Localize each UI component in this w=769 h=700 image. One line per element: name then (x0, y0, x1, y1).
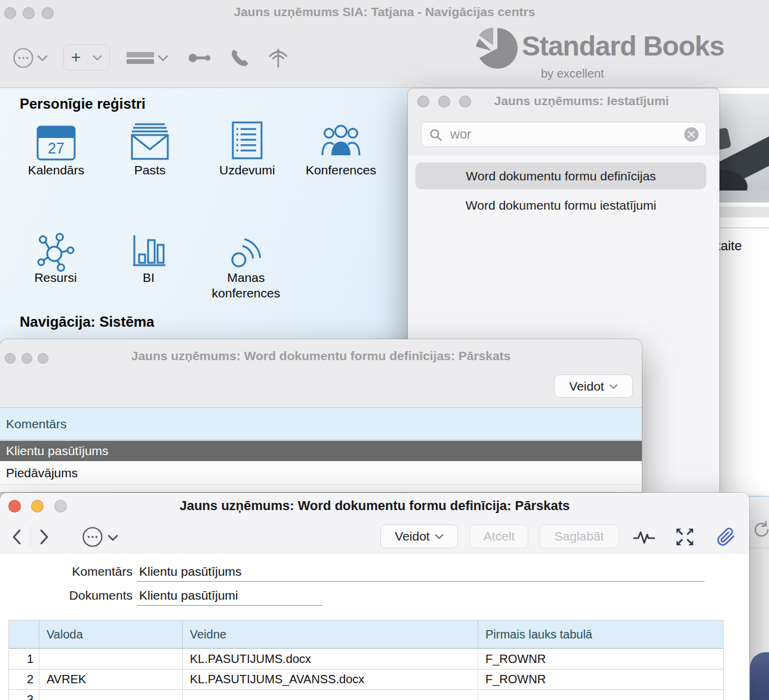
right-panel: kaite (718, 88, 769, 496)
cell-veidne[interactable]: KL.PASUTIJUMS.docx (183, 649, 478, 669)
window-title: Jauns uzņēmums: Word dokumentu formu def… (0, 349, 642, 363)
register-label: BI (104, 270, 193, 285)
register-label: Manas konferences (192, 270, 300, 301)
cell-veidne[interactable] (183, 690, 478, 700)
window-report-strip (748, 497, 769, 700)
bar-chart-icon (132, 234, 167, 269)
panel-row (718, 207, 769, 217)
logo-title: Standard Books (522, 30, 724, 62)
create-button[interactable]: Veidot (554, 374, 633, 398)
list-row-selected[interactable]: Klientu pasūtījums (0, 441, 642, 461)
window-definitions-list: Jauns uzņēmums: Word dokumentu formu def… (0, 339, 642, 492)
save-button-label: Saglabāt (555, 529, 604, 544)
search-result[interactable]: Word dokumentu formu iestatījumi (416, 195, 706, 216)
register-label: Uzdevumi (202, 162, 292, 178)
register-label: Konferences (296, 162, 386, 178)
panel-item-partial[interactable]: kaite (718, 238, 742, 254)
register-label: Pasts (105, 162, 195, 178)
cell-lauks[interactable] (478, 690, 723, 700)
divider (749, 548, 769, 548)
calendar-day: 27 (48, 140, 64, 156)
cell-valoda[interactable]: AVREK (39, 670, 183, 689)
clear-search-icon[interactable] (684, 127, 699, 142)
cancel-button-label: Atcelt (484, 529, 515, 544)
forward-icon[interactable] (39, 529, 49, 545)
new-record-button[interactable]: + (63, 44, 110, 70)
table-row[interactable]: 1 KL.PASUTIJUMS.docx F_ROWNR (9, 649, 723, 669)
create-button-label: Veidot (569, 379, 604, 394)
panel-navy-graphic (750, 652, 769, 700)
field-label-dokuments: Dokuments (0, 588, 133, 603)
settings-search-input[interactable]: wor (450, 122, 471, 146)
network-icon (36, 233, 75, 272)
more-menu-icon[interactable] (81, 526, 104, 548)
window-definition-detail: Jauns uzņēmums: Word dokumentu formu def… (0, 493, 749, 700)
chevron-down-icon (609, 383, 618, 389)
field-underline (137, 581, 705, 582)
list-column-header[interactable]: Komentārs (0, 407, 642, 440)
search-icon (429, 128, 443, 142)
expand-icon[interactable] (675, 527, 695, 547)
table-row[interactable]: 2 AVREK KL.PASUTIJUMS_AVANSS.docx F_ROWN… (9, 669, 723, 689)
refresh-icon[interactable] (752, 521, 769, 539)
field-value-dokuments[interactable]: Klientu pasūtījumi (139, 588, 238, 603)
field-label-komentars: Komentārs (0, 564, 133, 579)
cell-valoda[interactable] (39, 690, 183, 700)
chevron-down-icon (435, 533, 444, 539)
registers-list-icon[interactable] (127, 51, 154, 65)
field-value-komentars[interactable]: Klientu pasūtījums (139, 564, 242, 579)
plus-icon: + (71, 45, 81, 69)
cell-valoda[interactable] (39, 649, 183, 669)
more-menu-icon[interactable] (12, 47, 35, 69)
section-personal-registers: Personīgie reģistri (20, 96, 146, 112)
people-icon (321, 124, 361, 159)
register-label: Kalendārs (11, 162, 101, 178)
window-title: Jauns uzņēmums: Iestatījumi (408, 94, 719, 108)
signal-icon (229, 234, 263, 269)
row-number[interactable]: 2 (9, 670, 39, 689)
save-button[interactable]: Saglabāt (539, 524, 619, 548)
calendar-icon: 27 (36, 122, 76, 161)
row-number[interactable]: 1 (9, 649, 39, 669)
list-filler (0, 485, 642, 492)
field-underline (137, 605, 322, 606)
back-icon[interactable] (12, 529, 21, 545)
divider (30, 526, 31, 547)
settings-search-field[interactable]: wor (421, 122, 706, 147)
photo-headset (718, 94, 769, 202)
antenna-icon[interactable] (266, 46, 290, 71)
paperclip-icon[interactable] (716, 526, 736, 548)
create-button[interactable]: Veidot (380, 524, 458, 548)
window-title: Jauns uzņēmums: Word dokumentu formu def… (0, 498, 749, 514)
main-titlebar: Jauns uzņēmums SIA: Tatjana - Navigācija… (0, 0, 769, 88)
cell-lauks[interactable]: F_ROWNR (478, 670, 723, 689)
cell-veidne[interactable]: KL.PASUTIJUMS_AVANSS.docx (183, 670, 478, 689)
phone-icon[interactable] (229, 48, 250, 68)
cell-lauks[interactable]: F_ROWNR (478, 649, 723, 669)
chevron-down-icon[interactable] (158, 54, 168, 62)
search-result-selected[interactable]: Word dokumentu formu definīcijas (416, 162, 706, 189)
tasks-icon (232, 121, 263, 159)
table-row[interactable]: 3 (9, 689, 723, 700)
chevron-down-icon[interactable] (37, 54, 48, 62)
chevron-down-icon (93, 54, 102, 61)
window-title: Jauns uzņēmums SIA: Tatjana - Navigācija… (0, 5, 769, 19)
mail-icon (130, 122, 170, 161)
header-veidne: Veidne (183, 621, 478, 648)
standard-books-logo-icon (475, 26, 518, 70)
activity-pulse-icon[interactable] (633, 529, 656, 545)
chevron-down-icon[interactable] (107, 534, 118, 541)
key-icon[interactable] (187, 50, 211, 66)
section-navigation-system: Navigācija: Sistēma (20, 314, 154, 330)
logo-subtitle: by excellent (541, 67, 604, 81)
screen: Jauns uzņēmums SIA: Tatjana - Navigācija… (0, 0, 769, 700)
row-number[interactable]: 3 (9, 690, 39, 700)
cancel-button[interactable]: Atcelt (470, 524, 528, 548)
matrix-table: Valoda Veidne Pirmais lauks tabulā 1 KL.… (8, 620, 724, 700)
list-row[interactable]: Piedāvājums (0, 461, 642, 485)
header-valoda: Valoda (39, 621, 183, 648)
header-rownum (9, 621, 39, 648)
table-header-row: Valoda Veidne Pirmais lauks tabulā (9, 621, 723, 649)
divider (718, 228, 769, 228)
header-pirmais-lauks: Pirmais lauks tabulā (478, 621, 723, 648)
